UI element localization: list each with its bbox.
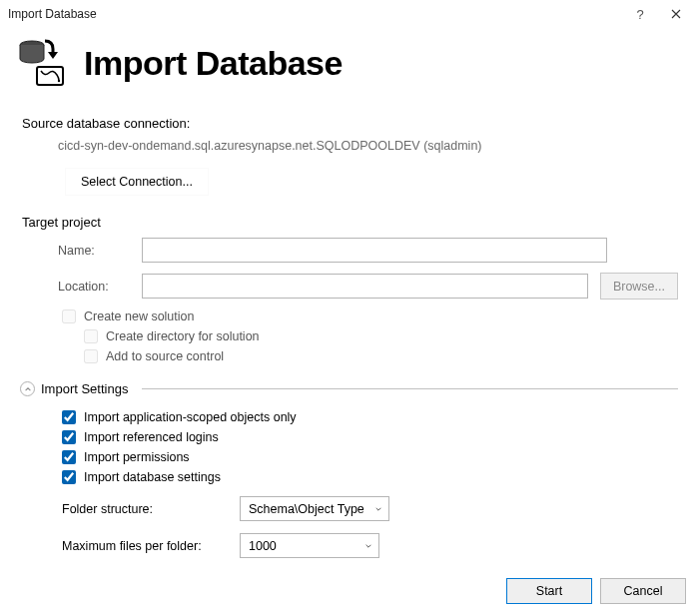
window-title: Import Database <box>6 7 622 21</box>
start-label: Start <box>536 584 562 598</box>
create-directory-label: Create directory for solution <box>106 329 260 343</box>
select-connection-button[interactable]: Select Connection... <box>66 169 208 195</box>
close-button[interactable] <box>658 2 694 26</box>
location-input[interactable] <box>142 274 588 299</box>
location-label: Location: <box>58 280 142 294</box>
chevron-down-icon <box>364 539 372 553</box>
divider <box>142 388 678 389</box>
dialog-header: Import Database <box>0 28 700 102</box>
permissions-checkbox[interactable] <box>62 450 76 464</box>
folder-structure-value: Schema\Object Type <box>249 502 364 516</box>
chevron-up-icon <box>24 381 32 396</box>
create-new-solution-checkbox <box>62 309 76 323</box>
permissions-label: Import permissions <box>84 450 190 464</box>
folder-structure-combo[interactable]: Schema\Object Type <box>240 496 389 521</box>
import-settings-label: Import Settings <box>41 381 128 396</box>
create-new-solution-label: Create new solution <box>84 309 194 323</box>
name-label: Name: <box>58 244 142 258</box>
select-connection-label: Select Connection... <box>81 175 193 189</box>
close-icon <box>671 7 681 22</box>
import-database-icon <box>14 36 68 90</box>
referenced-logins-checkbox[interactable] <box>62 430 76 444</box>
svg-point-2 <box>58 80 60 82</box>
max-files-combo[interactable]: 1000 <box>240 533 379 558</box>
db-settings-checkbox[interactable] <box>62 470 76 484</box>
max-files-label: Maximum files per folder: <box>62 539 228 553</box>
add-to-source-control-checkbox <box>84 349 98 363</box>
add-to-source-control-label: Add to source control <box>106 349 224 363</box>
app-scoped-label: Import application-scoped objects only <box>84 410 297 424</box>
import-settings-header: Import Settings <box>22 381 678 396</box>
cancel-label: Cancel <box>624 584 663 598</box>
create-directory-checkbox <box>84 329 98 343</box>
browse-label: Browse... <box>613 280 665 294</box>
chevron-down-icon <box>374 502 382 516</box>
help-button[interactable]: ? <box>622 2 658 26</box>
source-section-label: Source database connection: <box>22 116 678 131</box>
svg-rect-1 <box>37 67 63 85</box>
dialog-footer: Start Cancel <box>506 578 686 604</box>
folder-structure-label: Folder structure: <box>62 502 228 516</box>
name-input[interactable] <box>142 238 607 263</box>
app-scoped-checkbox[interactable] <box>62 410 76 424</box>
browse-button: Browse... <box>600 273 678 300</box>
start-button[interactable]: Start <box>506 578 592 604</box>
target-section-label: Target project <box>22 215 678 230</box>
dialog-title: Import Database <box>84 44 343 83</box>
db-settings-label: Import database settings <box>84 470 221 484</box>
cancel-button[interactable]: Cancel <box>600 578 686 604</box>
referenced-logins-label: Import referenced logins <box>84 430 219 444</box>
connection-string: cicd-syn-dev-ondemand.sql.azuresynapse.n… <box>58 139 678 153</box>
title-bar: Import Database ? <box>0 0 700 28</box>
max-files-value: 1000 <box>249 539 277 553</box>
collapse-toggle[interactable] <box>20 381 35 396</box>
help-icon: ? <box>636 7 643 22</box>
